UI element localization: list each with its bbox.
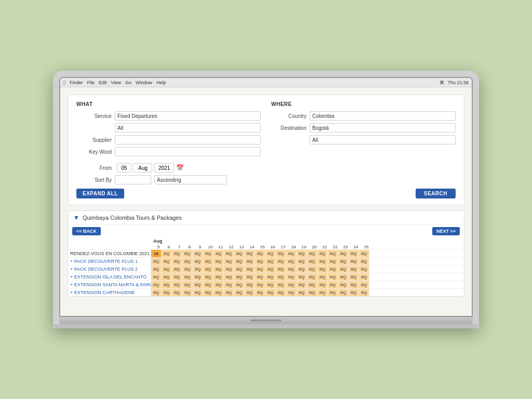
grid-cell[interactable]: RQ	[172, 258, 182, 265]
grid-cell[interactable]: RQ	[224, 289, 234, 296]
grid-cell[interactable]: RQ	[317, 265, 328, 273]
destination-input[interactable]	[310, 123, 456, 132]
row-label[interactable]: + PACK DECOUVERTE PLUS 2	[68, 265, 151, 273]
grid-cell[interactable]: RQ	[203, 281, 214, 288]
grid-cell[interactable]: RQ	[245, 289, 255, 296]
grid-cell[interactable]: RQ	[162, 265, 172, 273]
grid-cell[interactable]: RQ	[307, 289, 317, 296]
grid-cell[interactable]: RQ	[193, 250, 203, 257]
grid-cell[interactable]: RQ	[328, 265, 338, 273]
row-label[interactable]: + EXTENSION ISLA DEL ENCANTO	[68, 273, 151, 281]
grid-cell[interactable]: RQ	[151, 289, 162, 296]
grid-cell[interactable]: RQ	[203, 258, 214, 265]
grid-cell[interactable]: RQ	[224, 273, 234, 281]
grid-cell[interactable]: RQ	[182, 265, 193, 273]
grid-cell[interactable]: RQ	[214, 250, 224, 257]
grid-cell[interactable]: RQ	[286, 258, 297, 265]
grid-cell[interactable]: RQ	[151, 265, 162, 273]
grid-cell[interactable]: RQ	[297, 281, 307, 288]
grid-cell[interactable]: RQ	[349, 265, 359, 273]
grid-cell[interactable]: RQ	[182, 250, 193, 257]
grid-cell[interactable]: RQ	[359, 265, 369, 273]
grid-cell[interactable]: RQ	[265, 289, 276, 296]
grid-cell[interactable]: RQ	[224, 265, 234, 273]
grid-cell[interactable]: RQ	[224, 258, 234, 265]
grid-cell[interactable]: RQ	[297, 273, 307, 281]
grid-cell[interactable]: RQ	[276, 265, 286, 273]
grid-cell[interactable]: RQ	[297, 258, 307, 265]
grid-cell[interactable]: RQ	[193, 281, 203, 288]
grid-cell[interactable]: RQ	[338, 250, 349, 257]
menu-finder[interactable]: Finder	[70, 80, 83, 85]
grid-cell[interactable]: RQ	[234, 281, 245, 288]
grid-cell[interactable]: RQ	[349, 258, 359, 265]
grid-cell[interactable]: RQ	[245, 258, 255, 265]
grid-cell[interactable]: RQ	[317, 273, 328, 281]
grid-cell[interactable]: RQ	[286, 250, 297, 257]
calendar-icon[interactable]: 📅	[176, 164, 184, 171]
menu-help[interactable]: Help	[156, 80, 166, 85]
supplier-input[interactable]	[115, 135, 261, 144]
sort-input[interactable]	[115, 175, 151, 184]
grid-cell[interactable]: RQ	[214, 265, 224, 273]
menu-file[interactable]: File	[87, 80, 95, 85]
grid-cell[interactable]: RQ	[234, 289, 245, 296]
grid-cell[interactable]: RQ	[338, 289, 349, 296]
service-input[interactable]	[115, 111, 261, 121]
grid-cell[interactable]: RQ	[338, 281, 349, 288]
grid-cell[interactable]: RQ	[286, 265, 297, 273]
grid-cell[interactable]: RQ	[214, 258, 224, 265]
grid-cell[interactable]: RQ	[182, 281, 193, 288]
grid-cell[interactable]: RQ	[276, 281, 286, 288]
grid-cell[interactable]: RQ	[255, 258, 265, 265]
row-label[interactable]: + PACK DECOUVERTE PLUS 1	[68, 258, 151, 265]
grid-cell[interactable]: RQ	[349, 273, 359, 281]
grid-cell[interactable]: RQ	[338, 258, 349, 265]
expand-all-button[interactable]: EXPAND ALL	[76, 189, 124, 198]
row-label[interactable]: + EXTENSION SANTA MARTA & PARC NATIONAL …	[68, 281, 151, 288]
grid-cell[interactable]: RQ	[338, 273, 349, 281]
menu-go[interactable]: Go	[125, 80, 131, 85]
grid-cell[interactable]: RQ	[317, 289, 328, 296]
grid-cell[interactable]: RQ	[338, 265, 349, 273]
grid-cell[interactable]: RQ	[317, 250, 328, 257]
grid-cell[interactable]: RQ	[276, 250, 286, 257]
grid-cell[interactable]: RQ	[359, 258, 369, 265]
grid-cell[interactable]: RQ	[193, 265, 203, 273]
grid-cell[interactable]: RQ	[359, 273, 369, 281]
grid-cell[interactable]: RQ	[276, 273, 286, 281]
sort-ascending-input[interactable]	[154, 175, 227, 184]
grid-cell[interactable]: RQ	[286, 281, 297, 288]
grid-cell[interactable]: RQ	[297, 265, 307, 273]
grid-cell[interactable]: RQ	[265, 258, 276, 265]
back-button[interactable]: << BACK	[72, 227, 101, 235]
grid-cell[interactable]: RQ	[359, 250, 369, 257]
grid-cell[interactable]: RQ	[286, 289, 297, 296]
grid-cell[interactable]: RQ	[234, 273, 245, 281]
grid-cell[interactable]: RQ	[255, 281, 265, 288]
grid-cell[interactable]: RQ	[255, 265, 265, 273]
grid-cell[interactable]: RQ	[245, 273, 255, 281]
grid-cell[interactable]: RQ	[182, 273, 193, 281]
grid-cell[interactable]: RQ	[245, 250, 255, 257]
row-label[interactable]: RENDEZ-VOUS EN COLOMBIE 2021 - 08 N	[68, 250, 151, 257]
country-input[interactable]	[310, 111, 456, 121]
grid-cell[interactable]: RQ	[182, 258, 193, 265]
grid-cell[interactable]: RQ	[162, 258, 172, 265]
grid-cell[interactable]: RQ	[276, 289, 286, 296]
grid-cell[interactable]: RQ	[255, 273, 265, 281]
grid-cell[interactable]: RQ	[193, 258, 203, 265]
grid-cell[interactable]: RQ	[234, 258, 245, 265]
grid-cell[interactable]: RQ	[203, 289, 214, 296]
grid-cell[interactable]: RQ	[151, 273, 162, 281]
grid-cell[interactable]: RQ	[224, 281, 234, 288]
grid-cell[interactable]: RQ	[307, 258, 317, 265]
grid-cell[interactable]: RQ	[172, 250, 182, 257]
grid-cell[interactable]: RQ	[265, 265, 276, 273]
grid-cell[interactable]: RQ	[328, 258, 338, 265]
grid-cell[interactable]: RQ	[193, 273, 203, 281]
grid-cell[interactable]: RQ	[203, 273, 214, 281]
grid-cell[interactable]: RQ	[328, 273, 338, 281]
grid-cell[interactable]: RQ	[328, 250, 338, 257]
grid-cell[interactable]: RQ	[203, 265, 214, 273]
